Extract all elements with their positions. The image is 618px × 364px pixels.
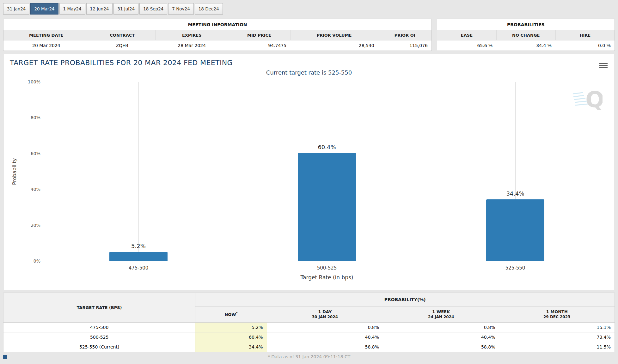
tab-18-dec24[interactable]: 18 Dec24 [195,3,223,15]
vertical-gridline [138,82,139,261]
info-row: MEETING INFORMATION MEETING DATE CONTRAC… [3,19,615,51]
one-month-probability-cell: 11.5% [499,342,615,352]
one-day-column-header: 1 DAY 30 JAN 2024 [267,306,383,323]
y-axis-tick-label: 20% [31,223,40,228]
col-header-mid-price: MID PRICE [228,30,290,40]
col-header-meeting-date: MEETING DATE [3,30,89,40]
meeting-information-table: MEETING INFORMATION MEETING DATE CONTRAC… [3,19,431,51]
one-week-probability-cell: 58.8% [383,342,499,352]
col-header-prior-oi: PRIOR OI [378,30,431,40]
target-rate-cell: 525-550 (Current) [3,342,195,352]
chart-bar-525-550[interactable] [486,199,544,261]
menu-icon [599,63,608,64]
one-week-column-header: 1 WEEK 24 JAN 2024 [383,306,499,323]
hike-value: 0.0 % [555,40,615,51]
expires-value: 28 Mar 2024 [156,40,228,51]
bar-value-label: 5.2% [131,243,146,249]
chart-menu-button[interactable] [599,62,608,70]
menu-icon [599,65,608,66]
chart-plot-area: Target Rate (in bps) 0%20%40%60%80%100%5… [44,82,609,261]
contract-value: ZQH4 [89,40,156,51]
y-axis-tick-label: 80% [31,115,40,120]
meeting-information-panel: MEETING INFORMATION MEETING DATE CONTRAC… [3,19,432,51]
now-column-header: NOW* [195,306,267,323]
now-probability-cell: 60.4% [195,332,267,342]
chart-subtitle: Current target rate is 525-550 [3,69,615,76]
tab-12-jun24[interactable]: 12 Jun24 [86,3,113,15]
col-header-ease: EASE [437,30,496,40]
meeting-information-title: MEETING INFORMATION [3,19,431,30]
rate-column-header: TARGET RATE (BPS) [3,293,195,323]
one-month-probability-cell: 73.4% [499,332,615,342]
meeting-date-value: 20 Mar 2024 [3,40,89,51]
y-axis-title: Probability [11,158,17,185]
col-header-hike: HIKE [555,30,615,40]
target-rate-cell: 475-500 [3,323,195,332]
table-row: 500-525 60.4% 40.4% 40.4% 73.4% [3,332,615,342]
y-axis-tick-label: 0% [34,258,40,264]
bar-value-label: 60.4% [318,144,336,150]
menu-icon [599,67,608,68]
now-probability-cell: 5.2% [195,323,267,332]
probabilities-summary-panel: PROBABILITIES EASE NO CHANGE HIKE 65.6 %… [437,19,615,51]
mid-price-value: 94.7475 [228,40,290,51]
probability-chart-panel: TARGET RATE PROBABILITIES FOR 20 MAR 202… [3,54,615,290]
y-axis-tick-label: 60% [31,151,40,156]
one-day-probability-cell: 40.4% [267,332,383,342]
one-day-probability-cell: 58.8% [267,342,383,352]
fedwatch-page: 31 Jan2420 Mar241 May2412 Jun2431 Jul241… [0,0,618,364]
col-header-prior-volume: PRIOR VOLUME [290,30,378,40]
table-row: 525-550 (Current) 34.4% 58.8% 58.8% 11.5… [3,342,615,352]
one-week-probability-cell: 0.8% [383,323,499,332]
col-header-expires: EXPIRES [156,30,228,40]
data-as-of-note: * Data as of 31 Jan 2024 09:11:18 CT [3,354,615,359]
tab-31-jan24[interactable]: 31 Jan24 [3,3,29,15]
corner-accent [3,355,7,359]
x-axis-category-label: 500-525 [317,265,337,271]
y-axis-tick-label: 100% [28,79,40,84]
tab-31-jul24[interactable]: 31 Jul24 [113,3,138,15]
x-axis-category-label: 525-550 [505,265,525,271]
chart-bar-475-500[interactable] [109,252,168,261]
now-probability-cell: 34.4% [195,342,267,352]
chart-title: TARGET RATE PROBABILITIES FOR 20 MAR 202… [3,54,615,67]
prior-volume-value: 28,540 [290,40,378,51]
meeting-tabs: 31 Jan2420 Mar241 May2412 Jun2431 Jul241… [3,3,615,15]
probabilities-summary-title: PROBABILITIES [437,19,615,30]
y-axis-tick-label: 40% [31,187,40,192]
probability-history-table: TARGET RATE (BPS) PROBABILITY(%) NOW* 1 … [3,293,615,352]
col-header-contract: CONTRACT [89,30,156,40]
one-month-probability-cell: 15.1% [499,323,615,332]
tab-7-nov24[interactable]: 7 Nov24 [168,3,193,15]
tab-18-sep24[interactable]: 18 Sep24 [139,3,167,15]
footer-row: * Data as of 31 Jan 2024 09:11:18 CT [3,354,615,361]
ease-value: 65.6 % [437,40,496,51]
tab-20-mar24[interactable]: 20 Mar24 [30,3,58,15]
one-week-probability-cell: 40.4% [383,332,499,342]
no-change-value: 34.4 % [496,40,555,51]
col-header-no-change: NO CHANGE [496,30,555,40]
probabilities-summary-table: PROBABILITIES EASE NO CHANGE HIKE 65.6 %… [437,19,615,51]
now-footnote-mark: * [236,312,238,315]
tab-1-may24[interactable]: 1 May24 [59,3,85,15]
bar-value-label: 34.4% [506,190,524,197]
prior-oi-value: 115,076 [378,40,431,51]
probability-group-header: PROBABILITY(%) [195,293,615,306]
one-day-probability-cell: 0.8% [267,323,383,332]
chart-bar-500-525[interactable] [298,153,356,261]
table-row: 475-500 5.2% 0.8% 0.8% 15.1% [3,323,615,332]
x-axis-title: Target Rate (in bps) [301,274,353,281]
target-rate-cell: 500-525 [3,332,195,342]
one-month-column-header: 1 MONTH 29 DEC 2023 [499,306,615,323]
x-axis-category-label: 475-500 [129,265,149,271]
